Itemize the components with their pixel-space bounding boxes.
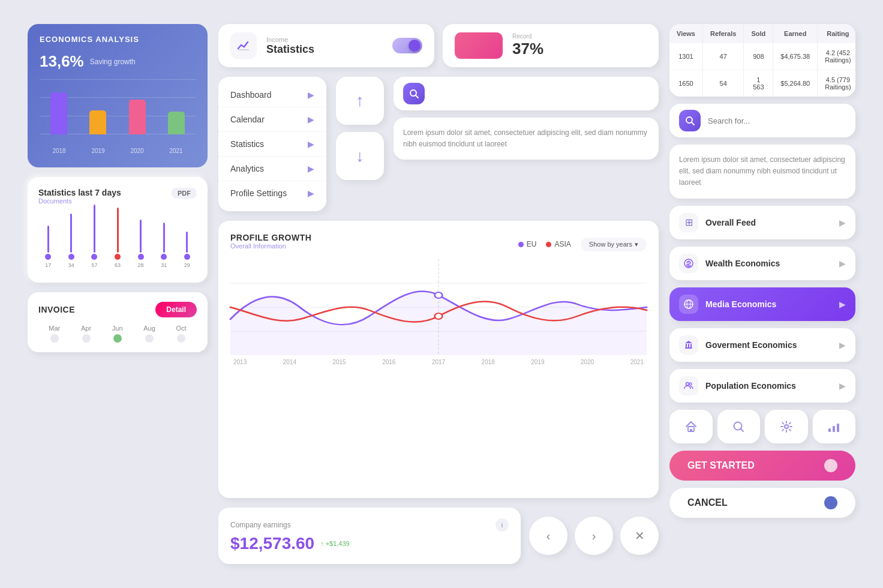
nav-menu: Dashboard ▶ Calendar ▶ Statistics ▶ Anal… — [218, 77, 326, 211]
income-sub: Income — [266, 36, 314, 43]
feed-media-arrow: ▶ — [839, 299, 846, 309]
dot-apr[interactable] — [82, 334, 91, 343]
bar-col-2020 — [121, 100, 154, 134]
feed-wealth-left: Wealth Economics — [679, 254, 780, 273]
dot-jun[interactable] — [113, 334, 122, 343]
economics-card: ECONOMICS ANALYSIS 13,6% Saving growth — [28, 24, 208, 167]
chevron-left-icon: ‹ — [546, 529, 551, 543]
num-29: 29 — [184, 262, 190, 268]
month-name-oct: Oct — [176, 325, 187, 332]
svg-line-8 — [692, 122, 694, 125]
settings-button[interactable] — [765, 410, 808, 443]
detail-button[interactable]: Detail — [155, 302, 197, 317]
nav-next-button[interactable]: › — [575, 517, 613, 555]
bar-col-2019 — [82, 110, 115, 134]
month-name-apr: Apr — [81, 325, 91, 332]
dot-oct[interactable] — [177, 334, 185, 343]
stem-17 — [47, 226, 49, 253]
num-63: 63 — [115, 262, 121, 268]
nav-statistics-label: Statistics — [230, 139, 264, 149]
num-17: 17 — [45, 262, 51, 268]
pdf-badge[interactable]: PDF — [172, 188, 197, 199]
feed-overall-label: Overall Feed — [705, 218, 756, 227]
search-card — [394, 77, 659, 110]
middle-column: Income Statistics Record 37% — [218, 24, 659, 564]
right-search-input[interactable] — [708, 116, 846, 125]
earnings-card: Company earnings i $12,573.60 ↑ +$1,439 — [218, 508, 521, 564]
arrow-up-icon: ↑ — [356, 91, 364, 110]
year-2019: 2019 — [91, 148, 104, 154]
home-button[interactable] — [669, 410, 713, 443]
nav-profile[interactable]: Profile Settings ▶ — [218, 181, 326, 205]
lollipop-chart: 17 34 57 63 — [38, 214, 197, 268]
arrow-up-card[interactable]: ↑ — [336, 77, 384, 125]
feed-government[interactable]: Goverment Economics ▶ — [669, 328, 855, 362]
svg-rect-27 — [837, 424, 839, 432]
lorem-text: Lorem ipsum dolor sit amet, consectetuer… — [403, 128, 647, 148]
feed-population[interactable]: Population Economics ▶ — [669, 369, 855, 403]
get-started-label: GET STARTED — [687, 460, 755, 471]
feed-population-icon — [679, 376, 698, 395]
action-row-1: GET STARTED — [669, 451, 855, 481]
top-row: Income Statistics Record 37% — [218, 24, 659, 67]
analytics-button[interactable] — [813, 410, 856, 443]
month-dots: Mar Apr Jun Aug Oct — [38, 325, 197, 343]
feed-overall-left: ⊞ Overall Feed — [679, 213, 756, 232]
cancel-button[interactable]: CANCEL — [669, 488, 855, 518]
feed-government-icon — [679, 335, 698, 355]
dot-28 — [138, 254, 144, 260]
lollipop-17: 17 — [38, 226, 58, 268]
stem-28 — [140, 220, 142, 253]
nav-statistics[interactable]: Statistics ▶ — [218, 132, 326, 157]
num-57: 57 — [91, 262, 97, 268]
show-by-button[interactable]: Show by years ▾ — [581, 238, 647, 251]
feed-media[interactable]: Media Economics ▶ — [669, 287, 855, 321]
nav-analytics[interactable]: Analytics ▶ — [218, 157, 326, 181]
up-arrow-icon: ↑ — [320, 540, 324, 547]
invoice-title: INVOICE — [38, 305, 75, 314]
num-28: 28 — [138, 262, 144, 268]
x-2013: 2013 — [233, 359, 247, 365]
income-card: Income Statistics — [218, 24, 434, 67]
x-2019: 2019 — [531, 359, 544, 365]
svg-marker-17 — [685, 341, 692, 343]
nav-calendar-label: Calendar — [230, 115, 265, 124]
year-2018: 2018 — [52, 148, 65, 154]
stem-29 — [186, 232, 188, 253]
record-text: Record 37% — [512, 33, 543, 58]
get-started-button[interactable]: GET STARTED — [669, 451, 855, 481]
bar-2020 — [129, 100, 146, 134]
cell-views-1: 1301 — [669, 43, 703, 70]
growth-title: PROFILE GROWTH — [230, 233, 311, 242]
nav-dashboard-arrow: ▶ — [308, 90, 314, 100]
feed-wealth[interactable]: Wealth Economics ▶ — [669, 247, 855, 280]
dot-aug[interactable] — [145, 334, 154, 343]
feed-government-arrow: ▶ — [839, 340, 846, 350]
grid-line — [40, 79, 196, 80]
arrow-down-card[interactable]: ↓ — [336, 132, 384, 180]
nav-dashboard[interactable]: Dashboard ▶ — [218, 83, 326, 107]
cell-referals-2: 54 — [703, 70, 744, 97]
nav-dots-row: ‹ › ✕ — [529, 508, 659, 564]
nav-close-button[interactable]: ✕ — [620, 517, 659, 555]
month-oct: Oct — [176, 325, 187, 343]
income-toggle[interactable] — [392, 38, 422, 53]
x-2016: 2016 — [382, 359, 395, 365]
right-lorem-card: Lorem ipsum dolor sit amet, consectetuer… — [669, 145, 855, 199]
info-button[interactable]: i — [495, 518, 509, 532]
nav-calendar[interactable]: Calendar ▶ — [218, 107, 326, 132]
record-card: Record 37% — [443, 24, 659, 67]
bar-2019 — [89, 110, 106, 134]
feed-overall[interactable]: ⊞ Overall Feed ▶ — [669, 206, 855, 239]
invoice-card: INVOICE Detail Mar Apr Jun Aug — [28, 292, 208, 352]
earnings-change: ↑ +$1,439 — [320, 540, 350, 547]
nav-prev-button[interactable]: ‹ — [529, 517, 567, 555]
lollipop-29: 29 — [177, 232, 197, 268]
dot-mar[interactable] — [50, 334, 59, 343]
stem-34 — [70, 214, 72, 253]
search-input[interactable] — [432, 89, 649, 98]
legend-eu: EU — [518, 240, 537, 248]
bar-2021 — [168, 112, 185, 134]
search-button[interactable] — [717, 410, 761, 443]
cell-earned-2: $5,264.80 — [773, 70, 818, 97]
